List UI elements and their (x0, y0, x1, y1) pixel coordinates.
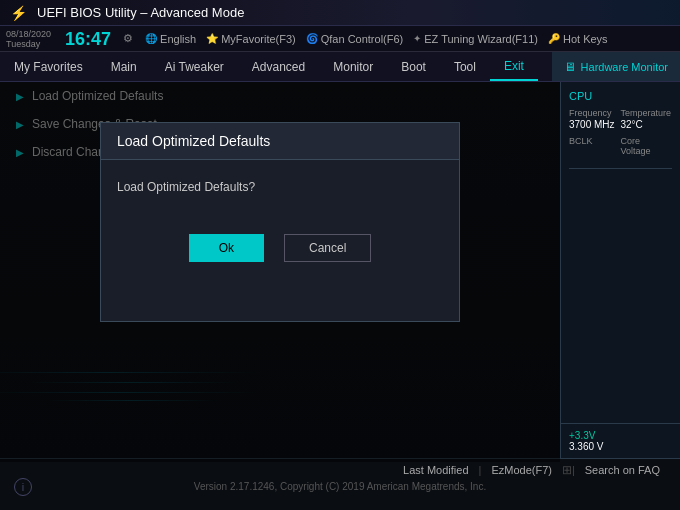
bottom-links: Last Modified | EzMode(F7) ⊞ | Search on… (0, 459, 680, 479)
voltage-value: 3.360 V (569, 441, 672, 452)
tuning-icon: ✦ (413, 33, 421, 44)
window-title: UEFI BIOS Utility – Advanced Mode (37, 5, 244, 20)
fan-icon: 🌀 (306, 33, 318, 44)
language-selector[interactable]: 🌐English (145, 33, 196, 45)
datetime-display: 08/18/2020 Tuesday (6, 29, 51, 49)
hot-keys-link[interactable]: 🔑Hot Keys (548, 33, 608, 45)
title-bar: ⚡ UEFI BIOS Utility – Advanced Mode (0, 0, 680, 26)
copyright: Version 2.17.1246, Copyright (C) 2019 Am… (0, 479, 680, 492)
settings-icon[interactable]: ⚙ (123, 32, 133, 45)
ez-mode-link[interactable]: EzMode(F7) (481, 464, 562, 476)
info-nav: 🌐English ⭐MyFavorite(F3) 🌀Qfan Control(F… (145, 33, 608, 45)
content-area: ▶ Load Optimized Defaults ▶ Save Changes… (0, 82, 680, 462)
nav-tool[interactable]: Tool (440, 52, 490, 81)
ez-tuning-link[interactable]: ✦EZ Tuning Wizard(F11) (413, 33, 538, 45)
dialog-overlay: Load Optimized Defaults Load Optimized D… (0, 82, 560, 462)
load-defaults-dialog: Load Optimized Defaults Load Optimized D… (100, 122, 460, 322)
search-faq-link[interactable]: Search on FAQ (575, 464, 670, 476)
nav-ai-tweaker[interactable]: Ai Tweaker (151, 52, 238, 81)
nav-main[interactable]: Main (97, 52, 151, 81)
ez-mode-icon: ⊞ (562, 463, 572, 477)
dialog-title: Load Optimized Defaults (101, 123, 459, 160)
ok-button[interactable]: Ok (189, 234, 264, 262)
info-icon-button[interactable]: i (14, 478, 32, 496)
nav-monitor[interactable]: Monitor (319, 52, 387, 81)
hardware-monitor-label: Hardware Monitor (581, 61, 668, 73)
hardware-monitor-tab[interactable]: 🖥 Hardware Monitor (552, 52, 680, 81)
qfan-control-link[interactable]: 🌀Qfan Control(F6) (306, 33, 404, 45)
dialog-message: Load Optimized Defaults? (101, 160, 459, 224)
dialog-buttons: Ok Cancel (101, 224, 459, 278)
bottom-bar: Last Modified | EzMode(F7) ⊞ | Search on… (0, 458, 680, 510)
main-nav: My Favorites Main Ai Tweaker Advanced Mo… (0, 52, 680, 82)
temperature-value: 32°C (621, 119, 673, 130)
my-favorite-link[interactable]: ⭐MyFavorite(F3) (206, 33, 296, 45)
asus-logo-icon: ⚡ (10, 5, 27, 21)
nav-boot[interactable]: Boot (387, 52, 440, 81)
clock-display: 16:47 (65, 30, 111, 48)
bclk-label: BCLK (569, 136, 621, 146)
voltage-section: +3.3V 3.360 V (560, 423, 680, 458)
voltage-label: +3.3V (569, 430, 672, 441)
globe-icon: 🌐 (145, 33, 157, 44)
nav-exit[interactable]: Exit (490, 52, 538, 81)
temperature-label: Temperature (621, 108, 673, 118)
frequency-value: 3700 MHz (569, 119, 621, 130)
key-icon: 🔑 (548, 33, 560, 44)
day: Tuesday (6, 39, 51, 49)
last-modified-link[interactable]: Last Modified (393, 464, 478, 476)
left-panel: ▶ Load Optimized Defaults ▶ Save Changes… (0, 82, 560, 462)
info-bar: 08/18/2020 Tuesday 16:47 ⚙ 🌐English ⭐MyF… (0, 26, 680, 52)
frequency-label: Frequency (569, 108, 621, 118)
core-voltage-label: Core Voltage (621, 136, 673, 156)
nav-my-favorites[interactable]: My Favorites (0, 52, 97, 81)
nav-advanced[interactable]: Advanced (238, 52, 319, 81)
cpu-section-title: CPU (569, 90, 672, 102)
date: 08/18/2020 (6, 29, 51, 39)
monitor-icon: 🖥 (564, 60, 576, 74)
star-icon: ⭐ (206, 33, 218, 44)
right-panel: CPU Frequency 3700 MHz Temperature 32°C … (560, 82, 680, 462)
cancel-button[interactable]: Cancel (284, 234, 371, 262)
